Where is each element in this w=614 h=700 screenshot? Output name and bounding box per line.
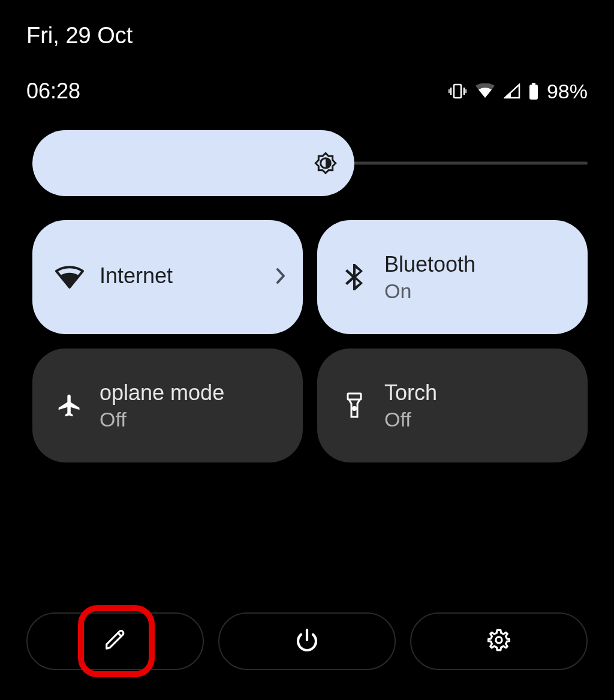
- flashlight-icon: [338, 392, 371, 419]
- signal-icon: [504, 83, 520, 99]
- gear-icon: [487, 629, 510, 654]
- bluetooth-tile[interactable]: Bluetooth On: [317, 220, 588, 334]
- brightness-slider[interactable]: [0, 104, 614, 196]
- svg-line-10: [118, 633, 122, 636]
- airplane-mode-tile[interactable]: oplane mode Off: [32, 349, 303, 462]
- svg-rect-5: [532, 83, 535, 85]
- svg-rect-0: [454, 85, 461, 98]
- power-icon: [295, 628, 319, 654]
- time-label: 06:28: [26, 79, 80, 104]
- svg-point-9: [353, 407, 356, 410]
- tile-title: oplane mode: [100, 380, 286, 405]
- status-bar: 06:28: [0, 49, 614, 104]
- tiles-grid: Internet Bluetooth On: [0, 196, 614, 462]
- torch-tile[interactable]: Torch Off: [317, 349, 588, 462]
- svg-rect-8: [348, 393, 361, 399]
- settings-button[interactable]: [410, 612, 588, 670]
- tile-title: Torch: [384, 380, 571, 405]
- vibrate-icon: [449, 83, 466, 99]
- svg-rect-6: [529, 85, 538, 100]
- tile-sub: Off: [384, 408, 571, 431]
- svg-point-12: [496, 637, 502, 643]
- tile-title: Internet: [100, 263, 275, 289]
- power-button[interactable]: [218, 612, 396, 670]
- internet-tile[interactable]: Internet: [32, 220, 303, 334]
- tile-sub: Off: [100, 408, 286, 431]
- battery-text: 98%: [547, 80, 588, 103]
- wifi-icon: [53, 266, 86, 289]
- pencil-icon: [104, 629, 127, 654]
- bottom-actions: [26, 612, 588, 670]
- wifi-icon: [475, 83, 495, 99]
- chevron-right-icon: [275, 267, 286, 287]
- tile-sub: On: [384, 280, 571, 303]
- bluetooth-icon: [338, 263, 371, 292]
- airplane-icon: [53, 392, 86, 419]
- brightness-icon: [314, 151, 338, 175]
- battery-icon: [529, 83, 538, 100]
- date-label: Fri, 29 Oct: [0, 0, 614, 49]
- edit-button[interactable]: [26, 612, 204, 670]
- quick-settings-panel: Fri, 29 Oct 06:28: [0, 0, 614, 700]
- tile-title: Bluetooth: [384, 252, 571, 277]
- status-right: 98%: [449, 80, 588, 103]
